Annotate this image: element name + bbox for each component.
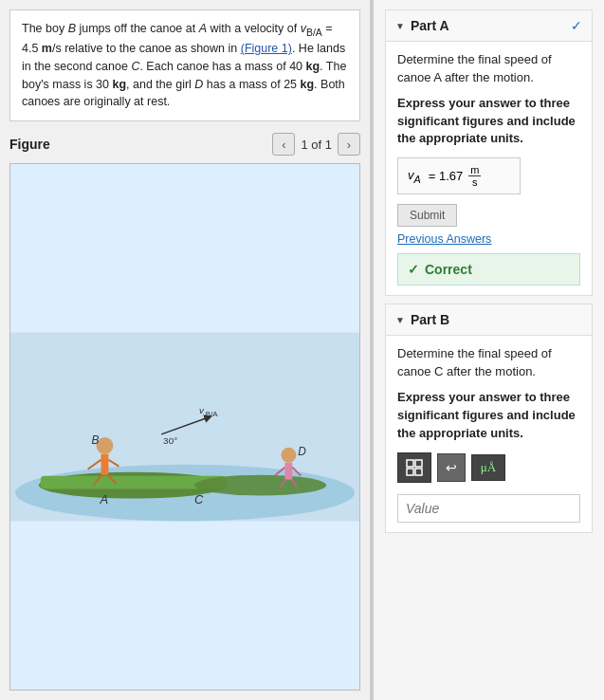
undo-btn[interactable]: ↩	[437, 453, 466, 482]
prev-figure-btn[interactable]: ‹	[272, 133, 295, 156]
svg-rect-8	[101, 454, 108, 475]
part-a-section: ▼ Part A ✓ Determine the final speed of …	[385, 9, 593, 296]
part-b-question: Determine the final speed of canoe C aft…	[397, 345, 580, 381]
correct-banner: ✓ Correct	[397, 253, 580, 286]
mu-label: μÅ	[481, 460, 496, 475]
svg-rect-25	[407, 460, 413, 467]
part-b-collapse-icon: ▼	[395, 315, 405, 325]
part-a-answer-val: = 1.67	[429, 169, 464, 183]
part-a-collapse-icon: ▼	[395, 21, 405, 31]
part-b-title: Part B	[411, 312, 449, 327]
part-a-question: Determine the final speed of canoe A aft…	[397, 51, 580, 87]
part-b-header[interactable]: ▼ Part B	[386, 304, 592, 336]
problem-box: The boy B jumps off the canoe at A with …	[9, 9, 360, 121]
part-a-content: Determine the final speed of canoe A aft…	[386, 42, 592, 295]
svg-point-14	[281, 448, 296, 463]
figure-area: Figure ‹ 1 of 1 › A C	[9, 129, 360, 691]
svg-text:B/A: B/A	[206, 410, 218, 418]
part-a-check-icon: ✓	[571, 18, 582, 33]
svg-text:D: D	[298, 445, 306, 458]
unit-top: m	[468, 164, 481, 176]
part-a-header[interactable]: ▼ Part A ✓	[386, 10, 592, 42]
svg-rect-27	[407, 469, 413, 475]
svg-rect-26	[415, 460, 422, 467]
value-input[interactable]	[397, 494, 580, 523]
part-a-answer-display: vA = 1.67 m s	[397, 157, 521, 194]
problem-text: The boy B jumps off the canoe at A with …	[22, 22, 346, 108]
svg-rect-28	[415, 469, 422, 475]
unit-bot: s	[470, 176, 480, 188]
figure-image: A C B	[9, 163, 360, 691]
figure-title: Figure	[9, 137, 50, 152]
part-b-content: Determine the final speed of canoe C aft…	[386, 336, 592, 531]
grid-toolbar-btn[interactable]	[397, 452, 431, 483]
figure-nav-label: 1 of 1	[301, 138, 332, 152]
left-panel: The boy B jumps off the canoe at A with …	[0, 0, 370, 700]
input-toolbar: ↩ μÅ	[397, 452, 580, 483]
submit-button[interactable]: Submit	[397, 204, 457, 227]
part-a-answer-var: vA	[408, 168, 421, 185]
previous-answers-link[interactable]: Previous Answers	[397, 232, 580, 246]
svg-point-6	[194, 475, 326, 496]
svg-text:A: A	[99, 493, 108, 507]
part-a-title: Part A	[411, 18, 449, 33]
svg-text:30°: 30°	[163, 435, 177, 446]
svg-rect-15	[284, 463, 292, 480]
figure-link[interactable]: (Figure 1)	[241, 42, 292, 55]
svg-text:B: B	[92, 433, 100, 447]
grid-icon	[406, 459, 423, 476]
part-b-express: Express your answer to three significant…	[397, 389, 580, 443]
figure-header: Figure ‹ 1 of 1 ›	[9, 129, 360, 159]
next-figure-btn[interactable]: ›	[338, 133, 360, 156]
part-b-section: ▼ Part B Determine the final speed of ca…	[385, 304, 593, 532]
part-a-express: Express your answer to three significant…	[397, 95, 580, 149]
unit-label-btn[interactable]: μÅ	[471, 454, 505, 481]
correct-label: Correct	[425, 262, 472, 277]
svg-text:C: C	[194, 493, 204, 507]
right-panel: ▼ Part A ✓ Determine the final speed of …	[374, 0, 604, 700]
figure-nav: ‹ 1 of 1 ›	[272, 133, 360, 156]
part-a-answer-unit: m s	[468, 164, 481, 188]
correct-check-icon: ✓	[408, 262, 419, 277]
